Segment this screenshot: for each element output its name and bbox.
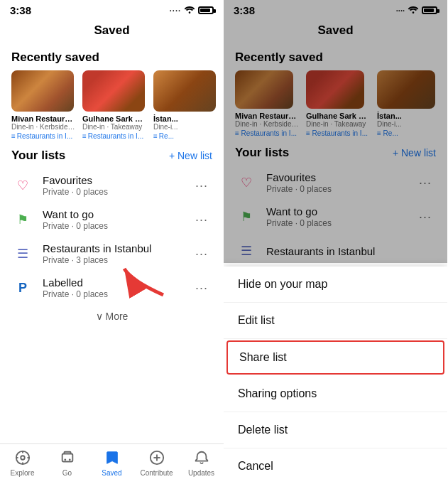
share-list-option[interactable]: Share list xyxy=(226,340,444,375)
nav-explore-label: Explore xyxy=(11,469,35,477)
want-to-go-meta: Private · 0 places xyxy=(43,221,191,231)
left-status-icons: ···· xyxy=(170,5,214,16)
favourites-name: Favourites xyxy=(43,174,191,186)
nav-updates[interactable]: Updates xyxy=(179,448,224,477)
new-list-button[interactable]: + New list xyxy=(169,150,212,161)
go-icon xyxy=(60,450,75,468)
nav-saved-label: Saved xyxy=(102,469,121,477)
nav-explore[interactable]: Explore xyxy=(0,448,45,477)
hide-on-map-option[interactable]: Hide on your map xyxy=(224,267,447,303)
left-scroll-area[interactable]: Recently saved Mivan Restauran... Dine-i… xyxy=(0,43,224,443)
want-to-go-info: Want to go Private · 0 places xyxy=(43,208,191,231)
nav-saved[interactable]: Saved xyxy=(89,448,134,477)
nav-contribute[interactable]: Contribute xyxy=(134,448,179,477)
nav-contribute-label: Contribute xyxy=(140,469,173,477)
thumb-name-2: Gulhane Sark So... xyxy=(82,114,146,123)
heart-icon: ♡ xyxy=(11,174,34,197)
thumb-sub-1: Dine-in · Kerbside p... xyxy=(11,123,75,131)
list-item-favourites[interactable]: ♡ Favourites Private · 0 places ··· xyxy=(0,168,224,203)
thumb-name-3: İstan... xyxy=(153,114,217,123)
tag-lines-icon-3: ≡ xyxy=(153,132,158,140)
labelled-more-button[interactable]: ··· xyxy=(191,278,212,299)
your-lists-header: Your lists + New list xyxy=(0,140,224,168)
restaurants-name: Restaurants in Istanbul xyxy=(43,242,191,254)
favourites-meta: Private · 0 places xyxy=(43,187,191,197)
wifi-icon xyxy=(184,5,195,16)
labelled-name: Labelled xyxy=(43,276,191,289)
explore-icon xyxy=(15,450,31,468)
svg-point-10 xyxy=(68,458,70,461)
thumb-tag-2: ≡ Restaurants in I... xyxy=(82,132,146,140)
thumb-img-3 xyxy=(153,70,216,112)
sharing-options-option[interactable]: Sharing options xyxy=(224,376,447,412)
p-icon: P xyxy=(11,276,34,299)
context-menu: Hide on your map Edit list Share list Sh… xyxy=(224,267,447,484)
show-more-button[interactable]: ∨ More xyxy=(0,305,224,328)
edit-list-option[interactable]: Edit list xyxy=(224,303,447,339)
thumb-img-1 xyxy=(11,70,74,112)
updates-icon xyxy=(194,450,209,468)
left-time: 3:38 xyxy=(10,4,31,16)
signal-icon: ···· xyxy=(170,6,181,15)
restaurants-info: Restaurants in Istanbul Private · 3 plac… xyxy=(43,242,191,265)
thumb-item-3[interactable]: İstan... Dine-i... ≡ Re... xyxy=(153,70,217,140)
battery-icon xyxy=(198,6,214,14)
thumb-tag-3: ≡ Re... xyxy=(153,132,217,140)
contribute-icon xyxy=(149,450,165,468)
tag-lines-icon-2: ≡ xyxy=(82,132,87,140)
list-item-want-to-go[interactable]: ⚑ Want to go Private · 0 places ··· xyxy=(0,203,224,237)
recently-saved-title: Recently saved xyxy=(0,43,224,70)
bottom-nav: Explore Go Saved Contribute Updates xyxy=(0,443,224,484)
right-phone-panel: 3:38 ···· Saved Recently saved Mivan Res… xyxy=(224,0,447,484)
labelled-meta: Private · 0 places xyxy=(43,289,191,299)
tag-lines-icon-1: ≡ xyxy=(11,132,16,140)
svg-point-0 xyxy=(189,11,191,14)
favourites-more-button[interactable]: ··· xyxy=(191,176,212,196)
nav-updates-label: Updates xyxy=(188,469,214,477)
want-to-go-name: Want to go xyxy=(43,208,191,220)
nav-go-label: Go xyxy=(62,469,72,477)
svg-point-9 xyxy=(64,458,66,461)
delete-list-option[interactable]: Delete list xyxy=(224,412,447,448)
list-item-restaurants[interactable]: ☰ Restaurants in Istanbul Private · 3 pl… xyxy=(0,237,224,271)
cancel-option[interactable]: Cancel xyxy=(224,448,447,484)
thumb-name-1: Mivan Restauran... xyxy=(11,114,75,123)
want-to-go-more-button[interactable]: ··· xyxy=(191,210,212,230)
svg-point-3 xyxy=(21,456,25,460)
favourites-info: Favourites Private · 0 places xyxy=(43,174,191,197)
labelled-info: Labelled Private · 0 places xyxy=(43,276,191,299)
left-page-title: Saved xyxy=(0,19,224,43)
your-lists-title: Your lists xyxy=(11,149,65,163)
left-status-bar: 3:38 ···· xyxy=(0,0,224,19)
thumb-sub-3: Dine-i... xyxy=(153,123,217,131)
thumb-img-2 xyxy=(82,70,145,112)
svg-rect-8 xyxy=(62,454,72,462)
flag-icon: ⚑ xyxy=(11,208,34,231)
restaurants-more-button[interactable]: ··· xyxy=(191,244,212,264)
left-phone-panel: 3:38 ···· Saved Recently saved Mivan Res… xyxy=(0,0,224,484)
thumb-item-2[interactable]: Gulhane Sark So... Dine-in · Takeaway ≡ … xyxy=(82,70,146,140)
restaurants-meta: Private · 3 places xyxy=(43,255,191,265)
saved-icon xyxy=(104,450,120,468)
nav-go[interactable]: Go xyxy=(45,448,89,477)
thumb-sub-2: Dine-in · Takeaway xyxy=(82,123,146,131)
lines-icon: ☰ xyxy=(11,242,34,265)
thumb-tag-1: ≡ Restaurants in I... xyxy=(11,132,75,140)
recently-saved-row: Mivan Restauran... Dine-in · Kerbside p.… xyxy=(0,70,224,140)
dim-overlay xyxy=(224,0,447,263)
list-item-labelled[interactable]: P Labelled Private · 0 places ··· xyxy=(0,271,224,305)
thumb-item-1[interactable]: Mivan Restauran... Dine-in · Kerbside p.… xyxy=(11,70,75,140)
